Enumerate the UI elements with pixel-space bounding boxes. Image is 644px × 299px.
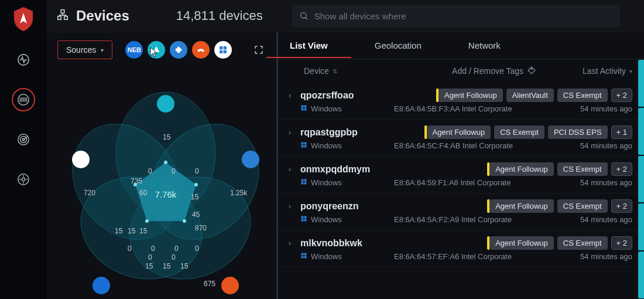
win-icon[interactable] [214,41,232,59]
win-icon[interactable] [72,151,90,168]
tag-chip[interactable]: Agent Followup [439,89,503,102]
chart-value: 0 [128,244,132,253]
svg-point-24 [145,219,149,223]
expand-icon[interactable] [251,42,267,58]
neb-icon[interactable]: NEB [125,41,143,59]
tag-chip[interactable]: Agent Followup [427,125,491,139]
visualization-panel: Sources ▾ NEB [47,32,278,299]
chart-value: 0 [148,253,152,261]
device-os: Windows [311,215,342,224]
neb-icon[interactable] [93,277,110,294]
device-os: Windows [311,104,342,113]
device-mac: E8:6A:64:59:F1:A8 Intel Corporate [394,178,544,187]
chart-value: 15 [128,227,135,235]
table-row[interactable]: ›onmxpqddmymAgent FollowupCS Exempt+ 2Wi… [278,157,644,193]
nav-settings-icon[interactable] [12,168,35,191]
chart-value: 0 [172,253,176,261]
tab-list-view[interactable]: List View [290,33,328,57]
col-activity-label[interactable]: Last Activity [583,66,626,76]
svg-rect-12 [224,46,227,49]
device-tags: Agent FollowupCS Exempt+ 2 [394,236,632,250]
search-input[interactable] [292,5,620,27]
azure-icon[interactable] [242,151,259,168]
svg-rect-35 [302,179,304,182]
tag-chip[interactable]: CS Exempt [557,162,608,176]
tag-chip[interactable]: CS Exempt [557,89,608,102]
windows-icon [300,104,307,113]
device-name: rqpastggpbp [300,127,394,138]
device-tags: Agent FollowupCS Exempt+ 2 [394,199,632,213]
nav-devices-icon[interactable] [12,88,35,111]
tag-more[interactable]: + 2 [611,162,632,176]
radar-chart: 7.76k 1572073560000151.25k45870151515000… [57,63,274,299]
chart-value: 15 [145,262,153,270]
tag-more[interactable]: + 2 [611,199,632,213]
svg-rect-31 [302,142,304,145]
tag-more[interactable]: + 1 [611,125,632,139]
table-row[interactable]: ›qpozrsffoaoAgent FollowupAlientVaultCS … [278,83,644,120]
expand-row-icon[interactable]: › [289,239,300,247]
chart-value: 0 [195,167,199,175]
row-marker [638,108,644,155]
alien-icon[interactable] [157,95,174,113]
chart-value: 735 [131,177,142,185]
search-icon [299,11,309,21]
tag-chip[interactable]: Agent Followup [489,236,554,250]
tag-chip[interactable]: CS Exempt [557,236,608,250]
col-device-label[interactable]: Device [304,66,329,76]
tag-more[interactable]: + 2 [611,236,632,250]
list-column-header: Device ⇅ Add / Remove Tags Last Activity… [278,59,644,83]
last-activity: 54 minutes ago [544,215,632,224]
tag-chip[interactable]: CS Exempt [557,199,608,213]
expand-row-icon[interactable]: › [289,91,300,100]
svg-rect-46 [304,256,307,259]
sources-button[interactable]: Sources ▾ [57,40,112,59]
chevron-down-icon: ▾ [101,47,104,53]
tag-chip[interactable]: CS Exempt [494,125,544,139]
crowd-icon[interactable] [192,41,210,59]
svg-rect-43 [302,253,304,256]
table-row[interactable]: ›mlkvnobbkwkAgent FollowupCS Exempt+ 2Wi… [278,230,644,267]
table-row[interactable]: ›ponyqreenznAgent FollowupCS Exempt+ 2Wi… [278,193,644,230]
device-name: onmxpqddmym [300,164,394,175]
tab-geolocation[interactable]: Geolocation [375,33,422,57]
crowd-icon[interactable] [221,277,239,294]
device-list-panel: List ViewGeolocationNetwork Device ⇅ Add… [278,32,644,299]
sort-icon[interactable]: ⇅ [333,68,337,74]
expand-row-icon[interactable]: › [289,128,300,137]
nav-vitals-icon[interactable] [12,48,35,72]
row-markers [638,59,644,299]
col-tags-label[interactable]: Add / Remove Tags [452,66,523,76]
azure-icon[interactable] [170,41,187,59]
tag-chip[interactable]: AlientVault [506,89,554,102]
tag-chip[interactable]: Agent Followup [489,162,554,176]
svg-rect-38 [304,182,307,185]
sort-desc-icon[interactable]: ▾ [629,68,632,74]
svg-rect-11 [220,46,222,49]
tag-chip[interactable]: Agent Followup [489,199,554,213]
expand-row-icon[interactable]: › [289,202,300,210]
chart-value: 720 [84,189,95,197]
chart-value: 0 [174,244,179,253]
chart-value: 0 [151,244,155,253]
tag-chip[interactable]: PCI DSS EPS [548,125,608,139]
topbar: Devices 14,811 devices [47,0,644,32]
svg-point-10 [300,13,306,18]
tab-network[interactable]: Network [468,33,501,57]
device-mac: E8:6A:64:5C:F4:AB Intel Corporate [394,141,544,150]
table-row[interactable]: ›rqpastggpbpAgent FollowupCS ExemptPCI D… [278,120,644,157]
nav-radar-icon[interactable] [12,128,35,151]
expand-row-icon[interactable]: › [289,165,300,174]
device-name: mlkvnobbkwk [300,238,394,249]
tag-more[interactable]: + 2 [611,89,632,102]
device-name: ponyqreenzn [300,201,394,212]
search-field[interactable] [314,11,613,21]
device-count: 14,811 devices [176,8,263,23]
svg-rect-36 [304,179,307,182]
source-icons: NEB [125,41,232,59]
svg-point-22 [194,183,198,186]
svg-rect-9 [64,16,68,20]
alien-icon[interactable] [148,41,165,59]
devices-glyph-icon [56,8,69,23]
chart-value: 15 [163,262,170,270]
